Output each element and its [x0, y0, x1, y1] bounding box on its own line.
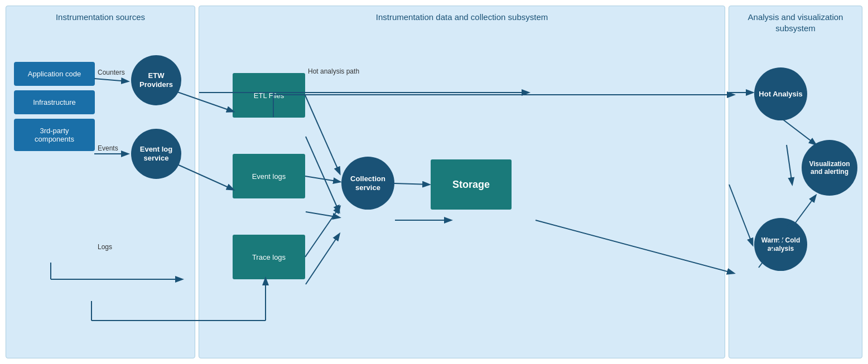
source-box-3rd-party: 3rd-party components	[14, 119, 95, 151]
middle-panel-title: Instrumentation data and collection subs…	[205, 12, 719, 23]
svg-line-4	[305, 95, 340, 173]
etw-providers-circle: ETWProviders	[131, 55, 181, 105]
storage-label: Storage	[452, 179, 490, 191]
panel-instrumentation-sources: Instrumentation sources Application code…	[6, 6, 195, 358]
logs-label: Logs	[98, 243, 112, 251]
svg-line-9	[780, 118, 816, 144]
diagram-container: Instrumentation sources Application code…	[0, 0, 868, 364]
event-logs-box: Event logs	[233, 154, 305, 198]
left-panel-title: Instrumentation sources	[12, 12, 189, 23]
warm-cold-analysis-circle: Warm / Coldanalysis	[754, 218, 807, 271]
trace-logs-box: Trace logs	[233, 235, 305, 279]
panel-analysis-visualization: Analysis and visualizationsubsystem Hot …	[729, 6, 862, 358]
counters-label: Counters	[98, 69, 125, 76]
svg-line-5	[305, 176, 340, 182]
source-box-app-code: Application code	[14, 62, 95, 86]
etl-files-box: ETL Files	[233, 73, 305, 118]
svg-line-12	[729, 185, 753, 245]
panel-instrumentation-data: Instrumentation data and collection subs…	[199, 6, 725, 358]
svg-line-0	[94, 79, 128, 81]
visualization-alerting-circle: Visualizationand alerting	[802, 140, 857, 196]
collection-service-circle: Collectionservice	[341, 157, 394, 210]
hot-analysis-circle: Hot Analysis	[754, 67, 807, 120]
storage-box: Storage	[431, 159, 512, 210]
hot-analysis-path-label: Hot analysis path	[308, 67, 359, 75]
source-box-infrastructure: Infrastructure	[14, 90, 95, 114]
source-boxes-group: Application code Infrastructure 3rd-part…	[14, 62, 95, 151]
svg-line-7	[394, 183, 429, 185]
right-panel-title: Analysis and visualizationsubsystem	[735, 12, 856, 33]
events-label: Events	[98, 144, 118, 152]
svg-line-6	[305, 207, 340, 257]
event-log-service-circle: Event logservice	[131, 129, 181, 179]
